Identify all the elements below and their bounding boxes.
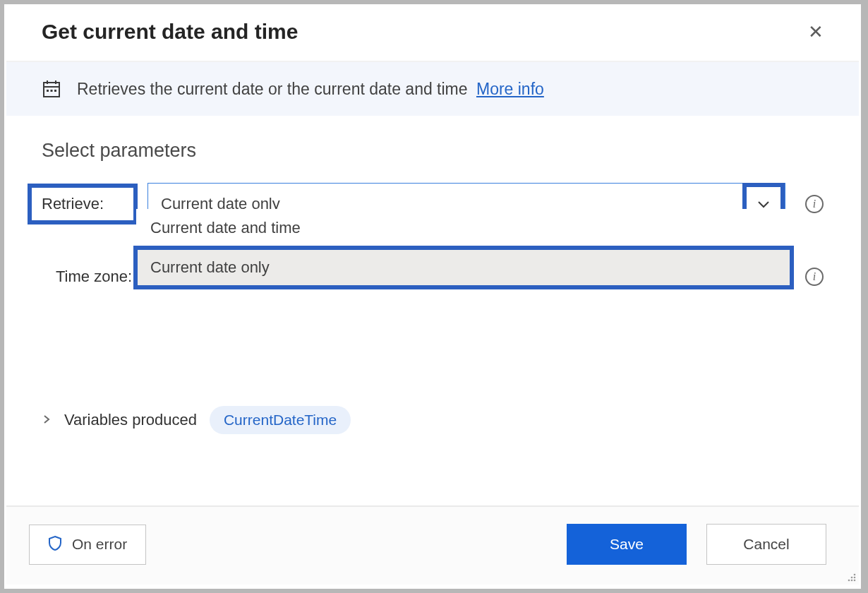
- close-icon: ✕: [808, 21, 824, 42]
- variable-output-pill[interactable]: CurrentDateTime: [210, 406, 351, 434]
- description-text: Retrieves the current date or the curren…: [77, 80, 544, 99]
- close-button[interactable]: ✕: [801, 18, 831, 45]
- variables-toggle[interactable]: [42, 413, 52, 428]
- svg-rect-4: [47, 90, 49, 92]
- footer-actions: Save Cancel: [567, 524, 826, 565]
- cancel-button[interactable]: Cancel: [706, 524, 826, 565]
- retrieve-label: Retrieve:: [28, 184, 138, 224]
- dialog-footer: On error Save Cancel: [6, 505, 859, 585]
- dialog-body: Select parameters Retrieve: Current date…: [6, 116, 859, 434]
- retrieve-dropdown-list: Current date and time Current date only: [136, 209, 791, 288]
- variables-label: Variables produced: [64, 411, 197, 429]
- section-title: Select parameters: [42, 140, 824, 162]
- save-button[interactable]: Save: [567, 524, 687, 565]
- shield-icon: [48, 535, 62, 554]
- calendar-icon: [42, 79, 61, 99]
- timezone-label: Time zone:: [42, 260, 140, 293]
- dialog-header: Get current date and time ✕: [6, 4, 859, 62]
- svg-rect-6: [54, 90, 56, 92]
- dialog-title: Get current date and time: [42, 20, 298, 44]
- retrieve-option-dateonly[interactable]: Current date only: [133, 246, 794, 289]
- retrieve-option-datetime[interactable]: Current date and time: [136, 209, 791, 247]
- chevron-right-icon: [42, 414, 52, 424]
- variables-produced-row: Variables produced CurrentDateTime: [42, 406, 824, 434]
- svg-rect-5: [51, 90, 53, 92]
- action-config-dialog: Get current date and time ✕ Retrieves: [6, 4, 859, 585]
- retrieve-info-icon[interactable]: i: [805, 195, 824, 213]
- description-bar: Retrieves the current date or the curren…: [6, 62, 859, 116]
- on-error-button[interactable]: On error: [29, 525, 146, 565]
- more-info-link[interactable]: More info: [476, 80, 544, 98]
- on-error-label: On error: [72, 536, 127, 553]
- timezone-info-icon[interactable]: i: [805, 268, 824, 286]
